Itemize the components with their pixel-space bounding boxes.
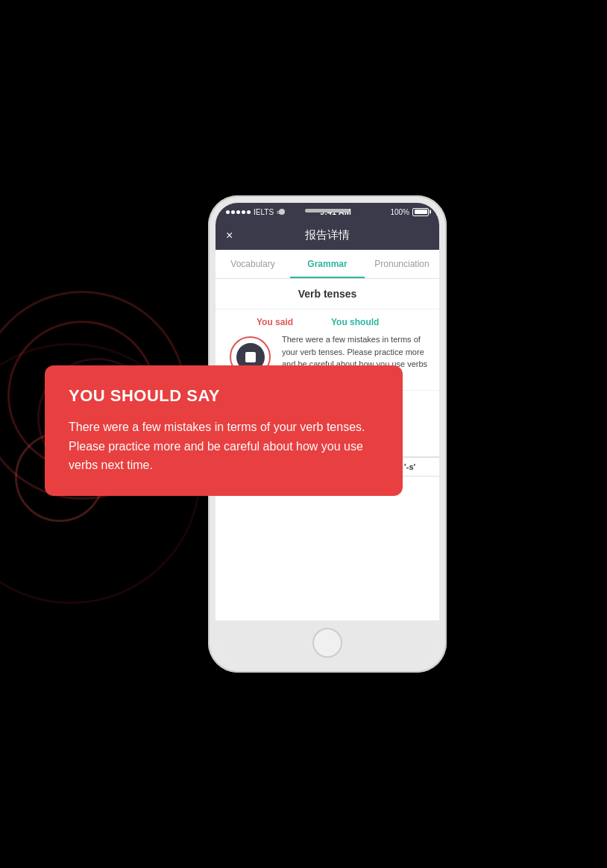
stop-icon bbox=[245, 352, 256, 362]
status-bar: IELTS ≈ 9:41 AM 100% bbox=[216, 203, 439, 221]
col-should-label: You should bbox=[324, 317, 429, 327]
scene: YOU SHOULD SAY There were a few mistakes… bbox=[0, 0, 607, 868]
signal-dot-1 bbox=[226, 210, 230, 214]
columns-header: You said You should bbox=[226, 317, 429, 327]
signal-dot-2 bbox=[231, 210, 235, 214]
status-left: IELTS ≈ bbox=[226, 208, 281, 216]
signal-dot-5 bbox=[247, 210, 251, 214]
bg-decoration bbox=[0, 283, 224, 731]
home-button[interactable] bbox=[312, 628, 342, 658]
tab-grammar[interactable]: Grammar bbox=[290, 250, 365, 278]
section-title: Verb tenses bbox=[216, 279, 439, 309]
battery-bar bbox=[412, 208, 429, 216]
signal-dots bbox=[226, 210, 251, 214]
home-button-area bbox=[216, 620, 439, 665]
signal-dot-4 bbox=[242, 210, 245, 214]
battery-icon bbox=[412, 208, 429, 216]
col-said-label: You said bbox=[226, 317, 324, 327]
carrier-label: IELTS bbox=[254, 208, 274, 216]
tooltip-title: YOU SHOULD SAY bbox=[69, 386, 379, 406]
battery-percent: 100% bbox=[390, 208, 409, 216]
tooltip-card: YOU SHOULD SAY There were a few mistakes… bbox=[45, 365, 403, 496]
status-time: 9:41 AM bbox=[320, 207, 351, 216]
wifi-icon: ≈ bbox=[277, 208, 281, 216]
status-right: 100% bbox=[390, 208, 429, 216]
signal-dot-3 bbox=[236, 210, 240, 214]
tabs-bar: Vocabulary Grammar Pronunciation bbox=[216, 250, 439, 279]
tab-pronunciation[interactable]: Pronunciation bbox=[365, 250, 439, 278]
battery-fill bbox=[415, 210, 427, 214]
tooltip-body: There were a few mistakes in terms of yo… bbox=[69, 418, 379, 475]
nav-bar: × 报告详情 bbox=[216, 221, 439, 250]
close-button[interactable]: × bbox=[226, 229, 233, 242]
tab-vocabulary[interactable]: Vocabulary bbox=[216, 250, 290, 278]
nav-title: 报告详情 bbox=[305, 228, 350, 242]
